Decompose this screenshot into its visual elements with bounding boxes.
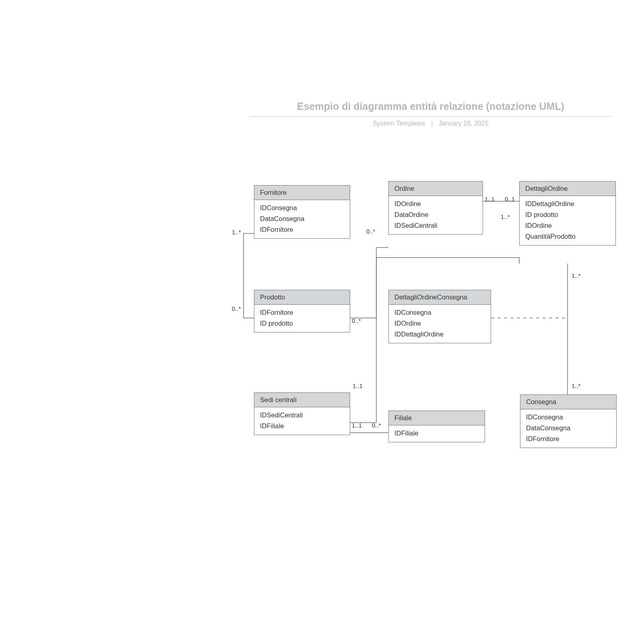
subtitle-separator: | bbox=[431, 120, 433, 127]
entity-header: DettagliOrdineConsegna bbox=[389, 290, 491, 305]
entity-attr: DataOrdine bbox=[394, 209, 477, 220]
entity-header: Sedi centrali bbox=[254, 393, 350, 407]
entity-attrs: IDOrdine DataOrdine IDSediCentrali bbox=[389, 196, 483, 234]
cardinality-label: 0..* bbox=[232, 305, 241, 312]
entity-filiale[interactable]: Filiale IDFiliale bbox=[388, 411, 485, 442]
entity-attr: IDConsegna bbox=[260, 202, 344, 213]
entity-sedi-centrali[interactable]: Sedi centrali IDSediCentrali IDFiliale bbox=[254, 392, 350, 435]
entity-attr: IDSediCentrali bbox=[260, 410, 344, 421]
entity-attr: IDFornitore bbox=[260, 307, 344, 318]
entity-header: Filiale bbox=[389, 411, 485, 425]
cardinality-label: 1..1 bbox=[352, 422, 362, 429]
cardinality-label: 1..* bbox=[232, 229, 241, 235]
cardinality-label: 0..* bbox=[366, 228, 376, 235]
title-rule bbox=[250, 116, 612, 117]
entity-dettagli-ordine[interactable]: DettagliOrdine IDDettagliOrdine ID prodo… bbox=[519, 181, 616, 246]
entity-attr: IDDettagliOrdine bbox=[525, 198, 610, 209]
title-block: Esempio di diagramma entità relazione (n… bbox=[250, 101, 612, 127]
cardinality-label: 1..* bbox=[572, 382, 581, 389]
entity-attr: IDOrdine bbox=[394, 318, 485, 329]
entity-fornitore[interactable]: Fornitore IDConsegna DataConsegna IDForn… bbox=[254, 185, 350, 239]
entity-attrs: IDDettagliOrdine ID prodotto IDOrdine Qu… bbox=[520, 196, 615, 245]
diagram-title: Esempio di diagramma entità relazione (n… bbox=[250, 101, 612, 116]
entity-attr: QuantitàProdotto bbox=[525, 231, 610, 242]
entity-ordine[interactable]: Ordine IDOrdine DataOrdine IDSediCentral… bbox=[388, 181, 483, 235]
entity-attr: IDFornitore bbox=[526, 433, 611, 444]
cardinality-label: 1..1 bbox=[485, 196, 495, 202]
cardinality-label: 0..1 bbox=[505, 196, 515, 202]
entity-attrs: IDConsegna DataConsegna IDFornitore bbox=[520, 409, 616, 448]
entity-header: DettagliOrdine bbox=[520, 182, 615, 196]
cardinality-label: 1..* bbox=[572, 272, 581, 279]
cardinality-label: 1..1 bbox=[353, 382, 363, 389]
entity-consegna[interactable]: Consegna IDConsegna DataConsegna IDForni… bbox=[520, 394, 617, 448]
entity-attrs: IDFornitore ID prodotto bbox=[254, 305, 350, 332]
entity-attr: IDConsegna bbox=[526, 412, 611, 423]
entity-attr: IDDettagliOrdine bbox=[394, 329, 485, 340]
entity-attr: ID prodotto bbox=[525, 209, 610, 220]
diagram-subtitle: System Templates | January 28, 2025 bbox=[250, 120, 612, 127]
entity-attrs: IDSediCentrali IDFiliale bbox=[254, 407, 350, 435]
entity-header: Consegna bbox=[520, 395, 616, 409]
entity-attrs: IDFiliale bbox=[389, 425, 485, 442]
entity-attr: IDFiliale bbox=[394, 428, 479, 439]
entity-header: Prodotto bbox=[254, 290, 350, 305]
subtitle-left: System Templates bbox=[373, 120, 425, 127]
entity-prodotto[interactable]: Prodotto IDFornitore ID prodotto bbox=[254, 290, 350, 332]
entity-attrs: IDConsegna DataConsegna IDFornitore bbox=[254, 200, 350, 238]
cardinality-label: 0..* bbox=[352, 317, 361, 324]
entity-attr: IDFornitore bbox=[260, 224, 344, 235]
entity-attrs: IDConsegna IDOrdine IDDettagliOrdine bbox=[389, 305, 491, 343]
entity-dettagli-ordine-consegna[interactable]: DettagliOrdineConsegna IDConsegna IDOrdi… bbox=[388, 290, 491, 343]
subtitle-right: January 28, 2025 bbox=[439, 120, 489, 127]
entity-attr: IDFiliale bbox=[260, 421, 344, 431]
entity-header: Fornitore bbox=[254, 186, 350, 200]
entity-attr: DataConsegna bbox=[260, 213, 344, 224]
entity-attr: IDOrdine bbox=[394, 198, 477, 209]
entity-attr: IDConsegna bbox=[394, 307, 485, 318]
entity-attr: IDSediCentrali bbox=[394, 220, 477, 231]
cardinality-label: 1..* bbox=[501, 213, 510, 220]
entity-attr: ID prodotto bbox=[260, 318, 344, 329]
entity-attr: DataConsegna bbox=[526, 423, 611, 433]
cardinality-label: 0..* bbox=[372, 422, 381, 429]
entity-header: Ordine bbox=[389, 182, 483, 196]
entity-attr: IDOrdine bbox=[525, 220, 610, 231]
